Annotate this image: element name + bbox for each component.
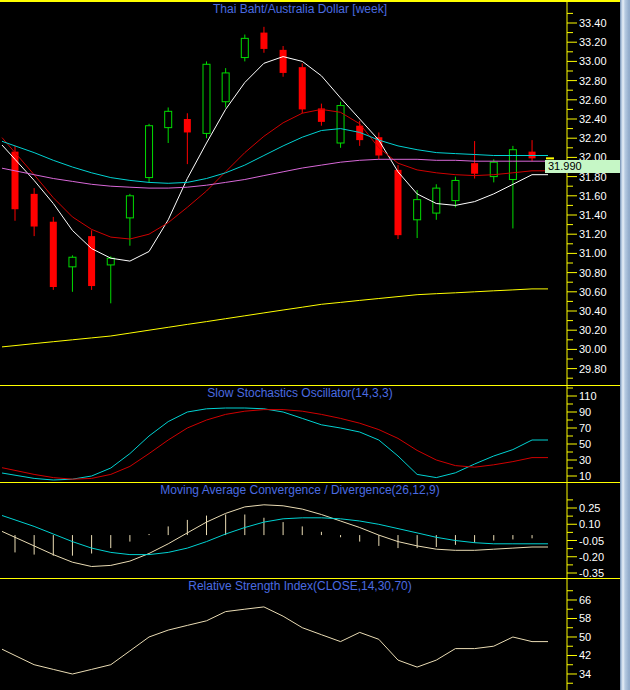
candle-body-down <box>88 236 95 286</box>
axis-tick-label: 32.80 <box>579 75 607 87</box>
candle-body-up <box>222 73 229 102</box>
axis-tick-label: 31.60 <box>579 190 607 202</box>
macd-line <box>2 505 548 567</box>
axis-tick-label: 30.40 <box>579 305 607 317</box>
candle-body-up <box>433 188 440 213</box>
candle-body-up <box>203 64 210 133</box>
rsi-panel: 6658504234 Relative Strength Index(CLOSE… <box>0 579 621 690</box>
axis-tick-label: 32.40 <box>579 113 607 125</box>
axis-tick-label: 0.10 <box>579 518 600 530</box>
rsi-plot[interactable]: 6658504234 <box>0 579 620 690</box>
medium-ma <box>2 109 548 239</box>
fast-ma <box>2 57 548 262</box>
chart-window: 33.4033.2033.0032.8032.6032.4032.2032.00… <box>0 0 630 690</box>
axis-tick-label: 31.00 <box>579 247 607 259</box>
candle-body-up <box>126 196 133 218</box>
candle-body-up <box>337 106 344 143</box>
candle-body-down <box>471 163 478 174</box>
axis-tick-label: 70 <box>579 422 591 434</box>
axis-tick-label: 30 <box>579 454 591 466</box>
candle-body-down <box>318 108 325 121</box>
axis-tick-label: 10 <box>579 470 591 482</box>
candle-body-down <box>31 194 38 227</box>
axis-tick-label: 50 <box>579 438 591 450</box>
candle-body-down <box>12 152 19 210</box>
rsi-line <box>2 607 548 674</box>
axis-tick-label: 33.20 <box>579 36 607 48</box>
axis-tick-label: -0.35 <box>579 567 604 578</box>
axis-tick-label: 0.25 <box>579 502 600 514</box>
candle-body-up <box>165 111 172 127</box>
last-price-value: 31.990 <box>548 160 582 172</box>
slower-ma <box>2 159 548 188</box>
stochastics-panel: 1109070503010 Slow Stochastics Oscillato… <box>0 386 621 482</box>
candle-body-down <box>184 119 191 132</box>
percent-D <box>2 410 548 480</box>
axis-tick-label: 31.40 <box>579 209 607 221</box>
rsi-panel-title: Relative Strength Index(CLOSE,14,30,70) <box>0 580 600 593</box>
axis-tick-label: 34 <box>579 668 591 680</box>
axis-tick-label: -0.05 <box>579 535 604 547</box>
axis-tick-label: 30.20 <box>579 324 607 336</box>
window-edge[interactable] <box>620 0 630 690</box>
last-price-box: 31.990 <box>545 160 621 173</box>
long-term-ma <box>2 289 548 347</box>
candle-body-up <box>107 258 114 265</box>
axis-tick-label: 32.20 <box>579 132 607 144</box>
candle-body-down <box>395 170 402 235</box>
candle-body-up <box>509 150 516 180</box>
axis-tick-label: 50 <box>579 631 591 643</box>
candle-body-down <box>280 50 287 73</box>
axis-tick-label: 31.20 <box>579 228 607 240</box>
candle-body-up <box>241 38 248 57</box>
candle-body-down <box>50 222 57 287</box>
axis-tick-label: 30.60 <box>579 286 607 298</box>
axis-tick-label: 42 <box>579 649 591 661</box>
candle-body-up <box>414 200 421 220</box>
macd-panel: 0.250.10-0.05-0.20-0.35 Moving Average C… <box>0 483 621 578</box>
price-panel: 33.4033.2033.0032.8032.6032.4032.2032.00… <box>0 2 621 385</box>
axis-tick-label: -0.20 <box>579 551 604 563</box>
axis-tick-label: 66 <box>579 594 591 606</box>
stochastics-panel-title: Slow Stochastics Oscillator(14,3,3) <box>0 387 600 400</box>
stochastics-plot[interactable]: 1109070503010 <box>0 386 620 482</box>
axis-tick-label: 33.00 <box>579 55 607 67</box>
axis-tick-label: 30.00 <box>579 343 607 355</box>
percent-K <box>2 408 548 480</box>
candle-body-up <box>452 180 459 200</box>
price-chart-plot[interactable]: 33.4033.2033.0032.8032.6032.4032.2032.00… <box>0 2 620 385</box>
axis-tick-label: 32.60 <box>579 94 607 106</box>
axis-tick-label: 29.80 <box>579 363 607 375</box>
panel-separator <box>0 385 621 386</box>
candle-body-down <box>260 33 267 49</box>
axis-tick-label: 30.80 <box>579 267 607 279</box>
panel-separator <box>0 578 621 579</box>
macd-plot[interactable]: 0.250.10-0.05-0.20-0.35 <box>0 483 620 578</box>
panel-separator <box>0 482 621 483</box>
macd-panel-title: Moving Average Convergence / Divergence(… <box>0 484 600 497</box>
axis-tick-label: 33.40 <box>579 17 607 29</box>
price-panel-title: Thai Baht/Australia Dollar [week] <box>0 3 600 16</box>
candle-body-up <box>69 257 76 267</box>
candle-body-down <box>299 67 306 109</box>
candle-body-up <box>146 126 153 178</box>
axis-tick-label: 58 <box>579 612 591 624</box>
signal-line <box>2 516 548 555</box>
axis-tick-label: 90 <box>579 406 591 418</box>
